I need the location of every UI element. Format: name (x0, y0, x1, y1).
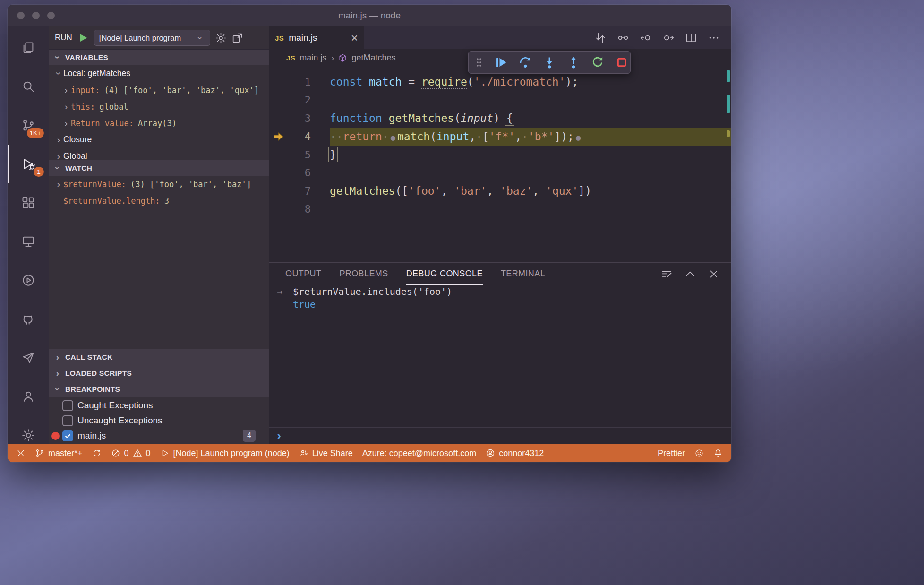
tab-main-js[interactable]: JS main.js × (269, 26, 364, 49)
variable-row[interactable]: this:global (49, 98, 269, 115)
watch-section-header[interactable]: WATCH (49, 160, 269, 176)
variables-section-header[interactable]: VARIABLES (49, 49, 269, 65)
feedback-icon[interactable] (690, 448, 709, 458)
line-number[interactable]: 1 (288, 76, 311, 88)
chevron-right-icon[interactable] (54, 180, 63, 189)
step-into-button[interactable] (543, 56, 556, 69)
start-debug-button[interactable] (77, 32, 89, 44)
extensions-icon[interactable] (8, 183, 49, 222)
minimize-window-button[interactable] (32, 12, 40, 19)
current-statement-arrow-icon[interactable] (269, 130, 288, 143)
problems-status[interactable]: 0 0 (106, 444, 155, 462)
zoom-window-button[interactable] (47, 12, 55, 19)
breadcrumb-file[interactable]: main.js (299, 53, 326, 63)
scope-row[interactable]: Closure (49, 131, 269, 148)
github-account-status[interactable]: connor4312 (481, 444, 548, 462)
test-explorer-icon[interactable] (8, 261, 49, 300)
open-changes-icon[interactable] (617, 32, 629, 44)
more-actions-icon[interactable] (708, 32, 720, 44)
azure-account-status[interactable]: Azure: copeet@microsoft.com (358, 444, 481, 462)
code-line[interactable]: 7getMatches(['foo', 'bar', 'baz', 'qux']… (269, 182, 731, 200)
code-editor[interactable]: 1const match = require('./micromatch');2… (269, 66, 731, 262)
loaded-scripts-section-header[interactable]: LOADED SCRIPTS (49, 365, 269, 381)
scope-row[interactable]: Local: getMatches (49, 65, 269, 82)
breakpoint-row[interactable]: Uncaught Exceptions (49, 413, 269, 428)
line-number[interactable]: 2 (288, 94, 311, 106)
split-editor-icon[interactable] (685, 32, 697, 44)
line-number[interactable]: 3 (288, 112, 311, 124)
next-change-icon[interactable] (662, 32, 675, 44)
call-stack-section-header[interactable]: CALL STACK (49, 349, 269, 365)
chevron-right-icon[interactable] (61, 102, 71, 111)
explorer-icon[interactable] (8, 28, 49, 67)
title-bar[interactable]: main.js — node (8, 5, 731, 26)
code-line[interactable]: 6 (269, 164, 731, 182)
chevron-right-icon (53, 353, 62, 361)
panel-tab-debug-console[interactable]: DEBUG CONSOLE (406, 263, 483, 285)
configure-gear-icon[interactable] (215, 32, 227, 44)
share-icon[interactable] (8, 338, 49, 377)
chevron-right-icon[interactable] (54, 152, 63, 160)
compare-changes-icon[interactable] (594, 32, 607, 44)
panel-tab-terminal[interactable]: TERMINAL (501, 263, 545, 285)
code-line[interactable]: 4··return·●match(input,·['f*',·'b*']);● (269, 128, 731, 146)
line-number[interactable]: 6 (288, 167, 311, 179)
chevron-right-icon[interactable] (61, 86, 71, 95)
settings-gear-icon[interactable] (8, 416, 49, 455)
chevron-down-icon[interactable] (54, 69, 63, 78)
chevron-right-icon[interactable] (54, 135, 63, 144)
step-out-button[interactable] (567, 56, 580, 69)
account-icon[interactable] (8, 377, 49, 416)
close-window-button[interactable] (17, 12, 25, 19)
code-line[interactable]: 2 (269, 91, 731, 110)
panel-tab-problems[interactable]: PROBLEMS (339, 263, 388, 285)
stop-button[interactable] (615, 56, 628, 69)
breakpoint-row[interactable]: main.js4 (49, 428, 269, 443)
code-line[interactable]: 1const match = require('./micromatch'); (269, 73, 731, 91)
restart-button[interactable] (591, 56, 604, 69)
prettier-status[interactable]: Prettier (653, 448, 690, 458)
code-line[interactable]: 3function getMatches(input) { (269, 109, 731, 128)
code-line[interactable]: 8 (269, 200, 731, 219)
maximize-panel-icon[interactable] (684, 268, 696, 280)
line-number[interactable]: 7 (288, 185, 311, 197)
sync-button[interactable] (87, 444, 106, 462)
line-number[interactable]: 5 (288, 149, 311, 161)
open-launch-config-icon[interactable] (231, 32, 243, 44)
github-icon[interactable] (8, 300, 49, 338)
scope-row[interactable]: Global (49, 148, 269, 160)
debug-console-input[interactable]: › (269, 427, 731, 444)
breakpoint-checkbox[interactable] (62, 415, 73, 426)
code-token: ]); (554, 130, 574, 143)
close-panel-icon[interactable] (708, 268, 720, 280)
clear-console-icon[interactable] (660, 268, 673, 280)
remote-explorer-icon[interactable] (8, 222, 49, 261)
continue-button[interactable] (495, 56, 508, 69)
variable-row[interactable]: Return value:Array(3) (49, 115, 269, 131)
code-line[interactable]: 5} (269, 146, 731, 164)
launch-config-dropdown[interactable]: [Node] Launch program (94, 30, 210, 46)
breakpoint-checkbox[interactable] (62, 400, 73, 411)
search-icon[interactable] (8, 67, 49, 106)
notifications-bell-icon[interactable] (709, 448, 727, 458)
live-share-status[interactable]: Live Share (294, 444, 358, 462)
run-debug-icon[interactable]: 1 (8, 145, 49, 183)
breakpoint-row[interactable]: Caught Exceptions (49, 398, 269, 413)
debug-launch-status[interactable]: [Node] Launch program (node) (155, 444, 294, 462)
source-control-icon[interactable]: 1K+ (8, 106, 49, 145)
variable-row[interactable]: input:(4) ['foo', 'bar', 'baz', 'qux'] (49, 82, 269, 98)
drag-grip-icon[interactable] (474, 56, 484, 69)
close-tab-icon[interactable]: × (351, 32, 358, 44)
step-over-button[interactable] (519, 56, 532, 69)
line-number[interactable]: 4 (288, 130, 311, 142)
chevron-right-icon[interactable] (61, 119, 71, 128)
line-number[interactable]: 8 (288, 203, 311, 215)
variable-row[interactable]: $returnValue.length:3 (49, 192, 269, 209)
variable-row[interactable]: $returnValue:(3) ['foo', 'bar', 'baz'] (49, 176, 269, 192)
debug-sidebar: RUN [Node] Launch program (49, 26, 269, 444)
breakpoint-checkbox[interactable] (62, 430, 73, 441)
previous-change-icon[interactable] (640, 32, 652, 44)
panel-tab-output[interactable]: OUTPUT (285, 263, 321, 285)
breadcrumb-symbol[interactable]: getMatches (351, 53, 395, 63)
breakpoints-section-header[interactable]: BREAKPOINTS (49, 381, 269, 397)
